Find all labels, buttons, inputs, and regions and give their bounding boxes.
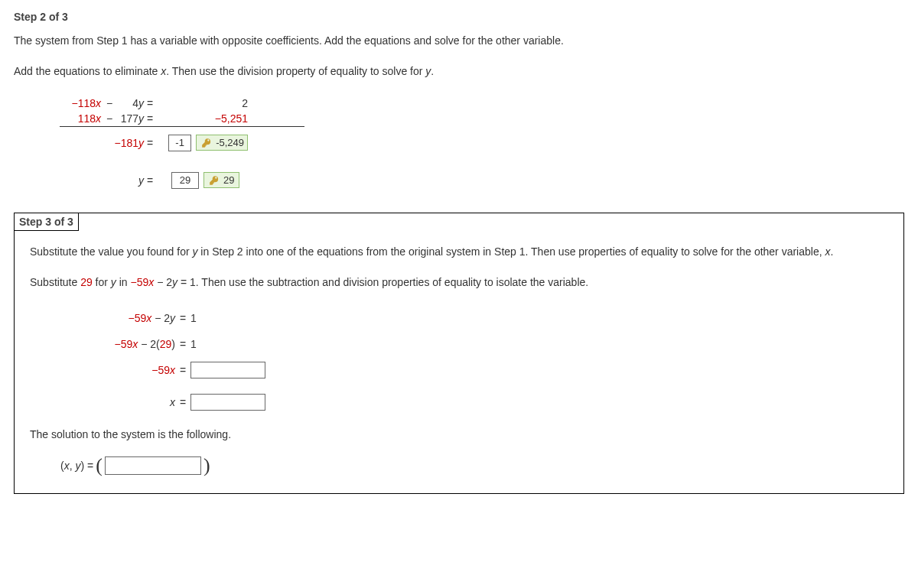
text: Add the equations to eliminate <box>14 65 161 77</box>
sum-input[interactable] <box>168 135 191 151</box>
eq2-rhs: −5,251 <box>215 112 248 125</box>
sub-line1-rhs: 1 <box>190 312 197 324</box>
step3-title: Step 3 of 3 <box>14 213 79 231</box>
solution-row: (x, y) = ( ) <box>60 456 888 475</box>
text: . <box>431 65 434 77</box>
y-input[interactable] <box>171 172 199 189</box>
key-icon <box>209 175 220 186</box>
y-answer-badge: 29 <box>203 172 239 188</box>
substitution-work: −59x − 2y = 1 −59x − 2(29) = 1 −59x <box>60 305 888 415</box>
elimination-work: −118x − 4y = 2 118x − 177y = −5,251 −181… <box>60 94 904 190</box>
step3-description: Substitute the value you found for y in … <box>30 243 888 260</box>
sum-answer: -5,249 <box>216 137 244 148</box>
sub-line2-rhs: 1 <box>190 338 197 350</box>
eq1-rhs: 2 <box>242 97 248 109</box>
key-icon <box>201 138 212 148</box>
solution-label: (x, y) = <box>60 460 93 472</box>
step2-title: Step 2 of 3 <box>14 11 904 23</box>
close-paren: ) <box>201 458 213 473</box>
y-answer: 29 <box>223 174 234 186</box>
text: . Then use the division property of equa… <box>166 65 425 77</box>
sub-line2-lhs: −59x − 2(29) <box>60 338 175 350</box>
solution-text: The solution to the system is the follow… <box>30 426 888 443</box>
step3-hint: Substitute 29 for y in −59x − 2y = 1. Th… <box>30 274 888 291</box>
open-paren: ( <box>93 458 105 473</box>
sub-line3-lhs: −59x <box>60 364 175 376</box>
step2-hint: Add the equations to eliminate x. Then u… <box>14 63 904 80</box>
step3-panel: Step 3 of 3 Substitute the value you fou… <box>14 213 904 494</box>
sub-line1-lhs: −59x − 2y <box>60 312 175 324</box>
eq2-lhs: 118x − 177y <box>60 112 144 125</box>
y-lhs: y <box>60 174 144 187</box>
sub-line4-input[interactable] <box>190 394 265 411</box>
sub-line4-lhs: x <box>60 396 175 408</box>
solution-input[interactable] <box>105 456 201 475</box>
sum-lhs: −181y <box>60 132 144 149</box>
eq1-lhs: −118x − 4y <box>60 97 144 109</box>
sub-line3-input[interactable] <box>190 362 265 378</box>
step2-description: The system from Step 1 has a variable wi… <box>14 32 904 49</box>
sum-answer-badge: -5,249 <box>196 135 248 151</box>
